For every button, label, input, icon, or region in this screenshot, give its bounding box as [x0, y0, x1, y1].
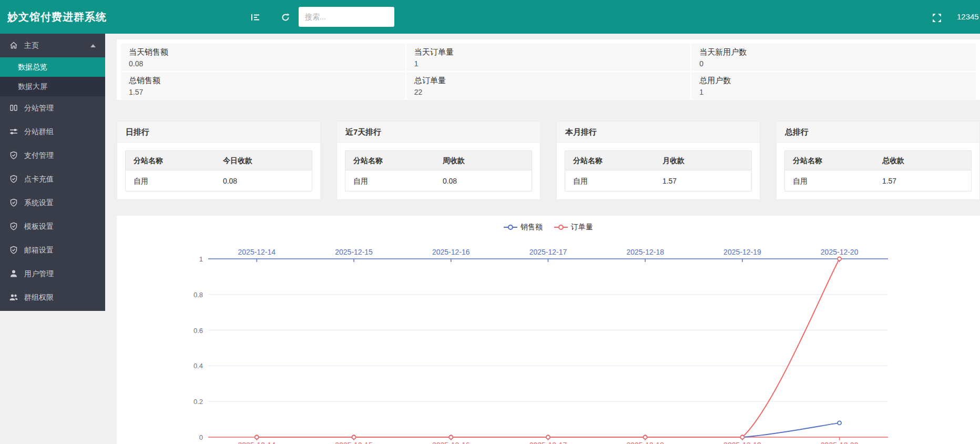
rank-card-7days: 近7天排行 分站名称 周收款 自用 0.08: [336, 121, 540, 200]
line-chart[interactable]: 00.20.40.60.812025-12-142025-12-142025-1…: [117, 216, 980, 444]
main-content: 当天销售额 0.08 当天订单量 1 当天新用户数 0 总销售额 1.57 总订…: [117, 34, 980, 444]
rank-card-month: 本月排行 分站名称 月收款 自用 1.57: [556, 121, 760, 200]
table-row: 自用 0.08: [345, 170, 532, 191]
search-input[interactable]: [299, 7, 394, 27]
shield-check-icon: [9, 246, 18, 254]
stats-panel: 当天销售额 0.08 当天订单量 1 当天新用户数 0 总销售额 1.57 总订…: [117, 39, 980, 100]
chart-legend: 销售额 订单量: [117, 223, 980, 232]
column-header: 今日收款: [215, 151, 312, 170]
stat-total-users: 总用户数 1: [691, 72, 976, 99]
column-header: 总收款: [874, 151, 971, 170]
sidebar-item-mailbox-settings[interactable]: 邮箱设置: [0, 238, 105, 262]
sales-orders-chart-card: 销售额 订单量 00.20.40.60.812025-12-142025-12-…: [117, 216, 980, 444]
fullscreen-icon[interactable]: [932, 13, 941, 22]
column-header: 分站名称: [126, 151, 215, 170]
svg-text:2025-12-15: 2025-12-15: [335, 248, 373, 256]
stat-today-orders: 当天订单量 1: [406, 44, 691, 71]
rank-card-title: 本月排行: [557, 122, 760, 143]
svg-text:0.4: 0.4: [193, 362, 203, 370]
column-header: 分站名称: [785, 151, 874, 170]
sidebar-item-user-mgmt[interactable]: 用户管理: [0, 262, 105, 286]
sidebar-item-group-permissions[interactable]: 群组权限: [0, 286, 105, 309]
rank-table: 分站名称 总收款 自用 1.57: [784, 150, 972, 191]
home-submenu: 数据总览 数据大屏: [0, 57, 105, 96]
svg-text:2025-12-18: 2025-12-18: [626, 248, 664, 256]
svg-text:2025-12-17: 2025-12-17: [529, 248, 567, 256]
sidebar-item-template-settings[interactable]: 模板设置: [0, 215, 105, 238]
sidebar-item-data-overview[interactable]: 数据总览: [0, 57, 105, 77]
sidebar-item-home[interactable]: 主页: [0, 34, 105, 57]
stat-total-sales: 总销售额 1.57: [121, 72, 405, 99]
app-header: 妙文馆付费进群系统 12345: [0, 0, 980, 34]
svg-text:0.2: 0.2: [193, 398, 203, 406]
chevron-up-icon: [90, 44, 96, 47]
svg-text:2025-12-15: 2025-12-15: [335, 441, 373, 444]
svg-text:2025-12-14: 2025-12-14: [238, 441, 276, 444]
sidebar-nav: 主页 数据总览 数据大屏 分站管理 分站群组: [0, 34, 105, 311]
current-user[interactable]: 12345: [957, 0, 979, 34]
sidebar-item-data-screen[interactable]: 数据大屏: [0, 77, 105, 96]
shield-check-icon: [9, 151, 18, 159]
ranking-cards-row: 日排行 分站名称 今日收款 自用 0.08 近7天排行 分站名称 周收款: [117, 121, 980, 200]
svg-text:0.6: 0.6: [193, 327, 203, 335]
sidebar-item-label: 主页: [24, 41, 39, 49]
table-row: 自用 1.57: [785, 170, 971, 191]
column-header: 周收款: [435, 151, 532, 170]
home-icon: [9, 41, 18, 49]
shield-check-icon: [9, 222, 18, 230]
sidebar-item-card-recharge[interactable]: 点卡充值: [0, 167, 105, 191]
shield-check-icon: [9, 175, 18, 183]
column-header: 月收款: [655, 151, 751, 170]
legend-item-sales[interactable]: 销售额: [504, 223, 543, 232]
svg-text:2025-12-19: 2025-12-19: [723, 441, 761, 444]
rank-table: 分站名称 周收款 自用 0.08: [345, 150, 532, 191]
svg-text:2025-12-16: 2025-12-16: [432, 248, 470, 256]
refresh-icon[interactable]: [281, 13, 290, 22]
legend-marker-orders: [554, 227, 568, 228]
sidebar-item-payment-mgmt[interactable]: 支付管理: [0, 144, 105, 167]
shield-check-icon: [9, 198, 18, 207]
sidebar-item-substation-mgmt[interactable]: 分站管理: [0, 96, 105, 120]
users-icon: [9, 293, 18, 301]
column-header: 分站名称: [565, 151, 655, 170]
svg-text:2025-12-19: 2025-12-19: [723, 248, 761, 256]
svg-text:0.8: 0.8: [193, 291, 203, 299]
legend-item-orders[interactable]: 订单量: [554, 223, 593, 232]
sidebar-item-substation-groups[interactable]: 分站群组: [0, 120, 105, 144]
sliders-icon: [9, 127, 18, 136]
rank-card-daily: 日排行 分站名称 今日收款 自用 0.08: [117, 121, 321, 200]
rank-table: 分站名称 月收款 自用 1.57: [565, 150, 752, 191]
svg-text:2025-12-17: 2025-12-17: [529, 441, 567, 444]
rank-card-total: 总排行 分站名称 总收款 自用 1.57: [776, 121, 980, 200]
stat-today-new-users: 当天新用户数 0: [691, 44, 976, 71]
user-icon: [9, 269, 18, 278]
legend-marker-sales: [504, 227, 517, 228]
svg-text:1: 1: [199, 255, 203, 263]
table-row: 自用 1.57: [565, 170, 751, 191]
collapse-sidebar-icon[interactable]: [251, 13, 260, 22]
rank-card-title: 总排行: [777, 122, 979, 143]
svg-text:2025-12-14: 2025-12-14: [238, 248, 276, 256]
svg-text:0: 0: [199, 433, 203, 441]
columns-icon: [9, 104, 18, 112]
rank-card-title: 近7天排行: [337, 122, 540, 143]
app-title: 妙文馆付费进群系统: [7, 0, 107, 34]
stat-total-orders: 总订单量 22: [406, 72, 691, 99]
rank-card-title: 日排行: [117, 122, 320, 143]
rank-table: 分站名称 今日收款 自用 0.08: [125, 150, 312, 191]
stat-today-sales: 当天销售额 0.08: [121, 44, 405, 71]
svg-text:2025-12-18: 2025-12-18: [626, 441, 664, 444]
table-row: 自用 0.08: [126, 170, 312, 191]
column-header: 分站名称: [345, 151, 435, 170]
sidebar-item-system-settings[interactable]: 系统设置: [0, 191, 105, 215]
svg-text:2025-12-16: 2025-12-16: [432, 441, 470, 444]
svg-text:2025-12-20: 2025-12-20: [821, 441, 859, 444]
svg-text:2025-12-20: 2025-12-20: [821, 248, 859, 256]
